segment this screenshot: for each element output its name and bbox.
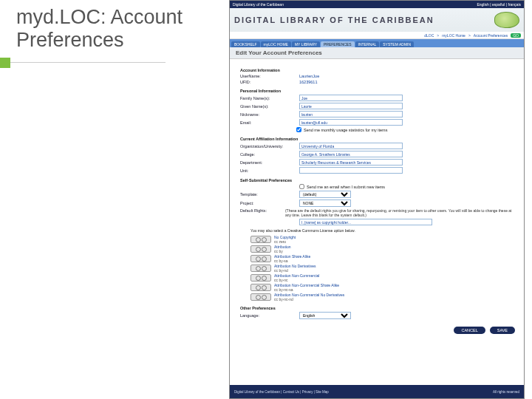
section-affiliation: Current Affiliation Information <box>240 137 516 141</box>
section-other: Other Preferences <box>240 306 516 310</box>
dept-field[interactable] <box>299 159 403 166</box>
ufid-value: 16239611 <box>299 80 317 84</box>
section-account: Account Information <box>240 68 516 72</box>
project-label: Project: <box>240 201 296 205</box>
cc-by-icon[interactable] <box>250 245 271 253</box>
brand-logo-icon <box>494 12 519 28</box>
family-field[interactable] <box>299 95 403 101</box>
submit-email-checkbox[interactable] <box>299 184 304 189</box>
topbar-left: Digital Library of the Caribbean <box>233 2 284 7</box>
stats-check-label: Send me monthly usage statistics for my … <box>304 128 387 132</box>
username-label: UserName: <box>240 74 296 78</box>
crumb-3[interactable]: Account Preferences <box>474 33 508 38</box>
college-field[interactable] <box>299 151 403 157</box>
cc-3-desc: cc by-nd <box>274 268 288 273</box>
dept-label: Department: <box>240 160 296 165</box>
crumb-2[interactable]: myLOC Home <box>442 33 466 38</box>
language-label: Language: <box>240 313 296 318</box>
tab-system-admin[interactable]: SYSTEM ADMIN <box>380 41 414 47</box>
cc-intro: You may also select a Creative Commons L… <box>250 228 516 233</box>
cc-0-desc: cc zero <box>274 239 286 244</box>
footer-right: All rights reserved <box>493 390 519 394</box>
submit-email-label: Send me an email when I submit new items <box>307 185 385 189</box>
topbar-right[interactable]: English | español | français <box>477 2 521 7</box>
cc-by-nc-nd-icon[interactable] <box>250 293 271 301</box>
crumb-1[interactable]: dLOC <box>424 33 434 38</box>
rights-field[interactable] <box>299 219 432 225</box>
cc-zero-icon[interactable] <box>250 236 271 243</box>
page-title: Edit Your Account Preferences <box>230 47 524 59</box>
brand-text: DIGITAL LIBRARY OF THE CARIBBEAN <box>234 16 434 24</box>
tabs: BOOKSHELF myLOC HOME MY LIBRARY PREFEREN… <box>230 39 524 47</box>
tab-preferences[interactable]: PREFERENCES <box>321 41 355 47</box>
slide-title: myd.LOC: AccountPreferences <box>16 6 183 52</box>
project-select[interactable]: NONE <box>299 200 351 207</box>
email-label: Email: <box>240 120 296 125</box>
footer: Digital Library of the Caribbean | Conta… <box>230 385 524 398</box>
cc-2-desc: cc by-sa <box>274 259 288 263</box>
unit-label: Unit: <box>240 168 296 173</box>
family-label: Family Name(s): <box>240 96 296 100</box>
unit-field[interactable] <box>299 167 403 174</box>
tab-internal[interactable]: INTERNAL <box>355 41 380 47</box>
topbar: Digital Library of the Caribbean English… <box>230 1 524 8</box>
ufid-label: UFID: <box>240 80 296 84</box>
given-field[interactable] <box>299 103 403 109</box>
save-button[interactable]: SAVE <box>490 327 515 334</box>
cc-by-sa-icon[interactable] <box>250 255 271 262</box>
college-label: College: <box>240 152 296 157</box>
button-row: CANCEL SAVE <box>230 324 524 337</box>
cc-1-desc: cc by <box>274 249 283 253</box>
cc-by-nc-sa-icon[interactable] <box>250 284 271 291</box>
template-select[interactable]: (default) <box>299 191 351 198</box>
cc-by-nc-icon[interactable] <box>250 274 271 282</box>
cc-4-desc: cc by-nc <box>274 278 288 282</box>
cc-5-desc: cc by-nc-sa <box>274 287 293 292</box>
org-label: Organization/University: <box>240 144 296 149</box>
language-select[interactable]: English <box>299 312 351 319</box>
go-button[interactable]: GO <box>511 33 521 38</box>
tab-my-library[interactable]: MY LIBRARY <box>292 41 320 47</box>
app-frame: Digital Library of the Caribbean English… <box>229 0 525 399</box>
cc-6-desc: cc by-nc-nd <box>274 297 293 301</box>
username-value: LaurienJoe <box>299 74 319 78</box>
tab-mydloc-home[interactable]: myLOC HOME <box>261 41 291 47</box>
rights-hint: (These are the default rights you give f… <box>285 208 516 217</box>
cc-by-nd-icon[interactable] <box>250 265 271 272</box>
brand-row: DIGITAL LIBRARY OF THE CARIBBEAN <box>230 8 524 32</box>
given-label: Given Name(s): <box>240 104 296 109</box>
breadcrumb: dLOC> myLOC Home> Account Preferences GO <box>230 32 524 39</box>
template-label: Template: <box>240 192 296 197</box>
cc-list: No Copyrightcc zero Attributioncc by Att… <box>250 236 516 301</box>
form-area: Account Information UserName:LaurienJoe … <box>230 59 524 324</box>
accent-line <box>10 62 166 63</box>
cancel-button[interactable]: CANCEL <box>454 327 485 334</box>
footer-left[interactable]: Digital Library of the Caribbean | Conta… <box>234 390 329 394</box>
section-personal: Personal Information <box>240 89 516 93</box>
nickname-field[interactable] <box>299 111 403 117</box>
email-field[interactable] <box>299 119 403 126</box>
stats-checkbox[interactable] <box>296 127 301 132</box>
org-field[interactable] <box>299 143 403 149</box>
nickname-label: Nickname: <box>240 112 296 117</box>
accent-bar <box>0 58 10 68</box>
section-selfsubmit: Self-Submittal Preferences <box>240 178 516 183</box>
rights-label: Default Rights: <box>240 208 282 213</box>
tab-bookshelf[interactable]: BOOKSHELF <box>231 41 260 47</box>
